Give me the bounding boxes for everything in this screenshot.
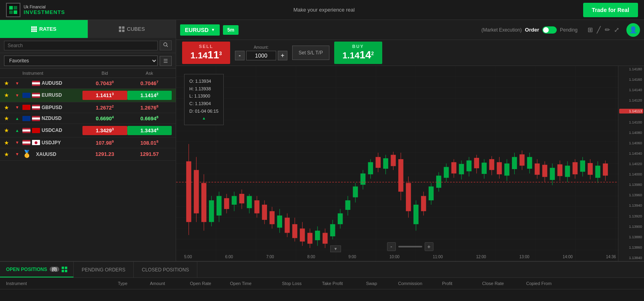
svg-rect-104 — [489, 159, 494, 170]
search-button[interactable] — [160, 40, 172, 50]
tab-open-positions[interactable]: OPEN POSITIONS (0) — [0, 262, 74, 277]
table-row[interactable]: ★ ▼ USDJPY 107.989 108.018 — [0, 138, 176, 148]
buy-button[interactable]: BUY 1.14142 — [334, 42, 382, 64]
svg-rect-138 — [62, 270, 64, 272]
price-label: 1.14100 — [619, 120, 643, 124]
star-icon: ★ — [4, 80, 15, 86]
svg-rect-88 — [429, 186, 434, 200]
time-axis: 5:00 6:00 7:00 8:00 9:00 10:00 11:00 12:… — [184, 255, 616, 259]
svg-rect-42 — [255, 200, 260, 213]
logo-icon — [6, 3, 20, 17]
time-label: 14:36 — [606, 255, 616, 259]
sell-label: SELL — [189, 44, 223, 49]
svg-rect-1 — [14, 6, 17, 10]
svg-rect-112 — [520, 154, 525, 165]
svg-rect-3 — [14, 10, 17, 14]
table-row[interactable]: ★ ▲ USDCAD 1.34293 1.34344 — [0, 124, 176, 137]
price-label: 1.14140 — [619, 88, 643, 92]
time-label: 5:00 — [184, 255, 192, 259]
svg-rect-11 — [33, 30, 35, 32]
user-avatar[interactable]: 👤 — [626, 23, 640, 37]
zoom-slider[interactable] — [398, 246, 422, 247]
table-row[interactable]: ★ ▼ GBPUSD 1.26722 1.26768 — [0, 102, 176, 113]
svg-rect-102 — [481, 163, 487, 174]
tab-pending-orders[interactable]: PENDING ORDERS — [74, 262, 134, 277]
svg-rect-44 — [262, 205, 267, 220]
search-input[interactable] — [4, 41, 158, 50]
zoom-out-button[interactable]: - — [387, 242, 396, 251]
star-icon: ★ — [4, 140, 15, 146]
star-icon: ★ — [4, 104, 15, 111]
svg-rect-139 — [65, 270, 67, 272]
trading-panel: SELL 1.14113 Amount: - + Set S/L T/P BUY… — [176, 40, 644, 66]
chart-tool-line[interactable]: ╱ — [596, 25, 602, 34]
favorites-select[interactable]: Favorites — [4, 56, 158, 66]
chart-tool-draw[interactable]: ✏ — [604, 25, 611, 34]
amount-input[interactable] — [246, 51, 276, 60]
svg-rect-82 — [406, 183, 411, 211]
svg-rect-100 — [474, 158, 479, 168]
candlestick-chart: O: 1.13934 H: 1.13938 L: 1.13900 C: 1.13… — [176, 66, 644, 261]
zoom-in-button[interactable]: + — [425, 242, 433, 251]
svg-rect-118 — [542, 165, 548, 177]
scroll-down-indicator[interactable]: ▼ — [330, 245, 341, 252]
svg-rect-114 — [527, 157, 532, 169]
logo-text: Uk Financial INVESTMENTS — [24, 5, 65, 15]
flag-pair: 🥇 XAUUSD — [22, 150, 82, 158]
svg-rect-90 — [436, 175, 441, 187]
symbol-selector[interactable]: EURUSD ▼ — [180, 24, 220, 36]
svg-rect-5 — [33, 26, 35, 28]
price-label: 1.13900 — [619, 225, 643, 229]
arrow-down-icon: ▼ — [15, 93, 22, 98]
svg-rect-0 — [9, 6, 13, 10]
svg-rect-122 — [558, 164, 563, 176]
flag-pair: AUDUSD — [22, 80, 82, 86]
svg-rect-130 — [588, 163, 593, 175]
svg-rect-58 — [315, 231, 320, 240]
svg-rect-98 — [466, 160, 471, 171]
table-row[interactable]: ★ ▼ EURUSD 1.14113 1.14142 — [0, 89, 176, 102]
time-label: 14:00 — [563, 255, 573, 259]
time-label: 11:00 — [433, 255, 443, 259]
svg-rect-28 — [201, 183, 207, 222]
price-label: 1.13860 — [619, 245, 643, 249]
star-icon: ★ — [4, 127, 15, 134]
svg-rect-137 — [65, 267, 67, 269]
sl-tp-button[interactable]: Set S/L T/P — [292, 46, 329, 60]
table-row[interactable]: ★ ▲ NZDUSD 0.66904 0.66948 — [0, 113, 176, 124]
timeframe-button[interactable]: 5m — [223, 25, 239, 35]
star-icon: ★ — [4, 92, 15, 98]
tab-rates[interactable]: RATES — [0, 20, 88, 38]
arrow-up-icon: ▲ — [15, 116, 22, 121]
chart-tool-compare[interactable]: ⊞ — [587, 25, 594, 34]
toggle-switch[interactable] — [542, 26, 557, 34]
chart-tool-fullscreen[interactable]: ⤢ — [613, 25, 620, 34]
trade-real-button[interactable]: Trade for Real — [583, 3, 638, 17]
table-row[interactable]: ★ ▼ AUDUSD 0.70430 0.70467 — [0, 78, 176, 89]
sell-button[interactable]: SELL 1.14113 — [182, 42, 230, 64]
amount-plus-button[interactable]: + — [278, 51, 287, 60]
svg-rect-110 — [512, 157, 517, 169]
tab-closed-positions[interactable]: CLOSED POSITIONS — [134, 262, 197, 277]
instrument-name: EURUSD — [42, 92, 62, 98]
time-label: 8:00 — [307, 255, 315, 259]
price-label: 1.14000 — [619, 172, 643, 176]
tab-cubes[interactable]: CUBES — [88, 20, 176, 38]
current-price-label: 1.14113 — [619, 109, 643, 114]
instrument-name: GBPUSD — [42, 105, 62, 110]
svg-rect-128 — [580, 160, 585, 171]
svg-rect-64 — [338, 213, 343, 224]
table-row[interactable]: ★ ▼ 🥇 XAUUSD 1291.23 1291.57 — [0, 148, 176, 161]
instrument-name: USDCAD — [42, 128, 62, 133]
svg-rect-78 — [391, 155, 396, 166]
chart-toolbar: EURUSD ▼ 5m (Market Execution) Order Pen… — [176, 20, 644, 40]
svg-rect-50 — [285, 218, 290, 233]
svg-rect-46 — [269, 211, 275, 224]
list-view-button[interactable]: ☰ — [160, 56, 172, 66]
svg-rect-32 — [217, 196, 222, 215]
bottom-panel: OPEN POSITIONS (0) PENDING ORDERS CLOSED… — [0, 261, 644, 301]
tab-cubes-label: CUBES — [127, 26, 145, 32]
star-icon: ★ — [4, 151, 15, 157]
star-icon: ★ — [4, 115, 15, 122]
amount-minus-button[interactable]: - — [235, 51, 245, 60]
